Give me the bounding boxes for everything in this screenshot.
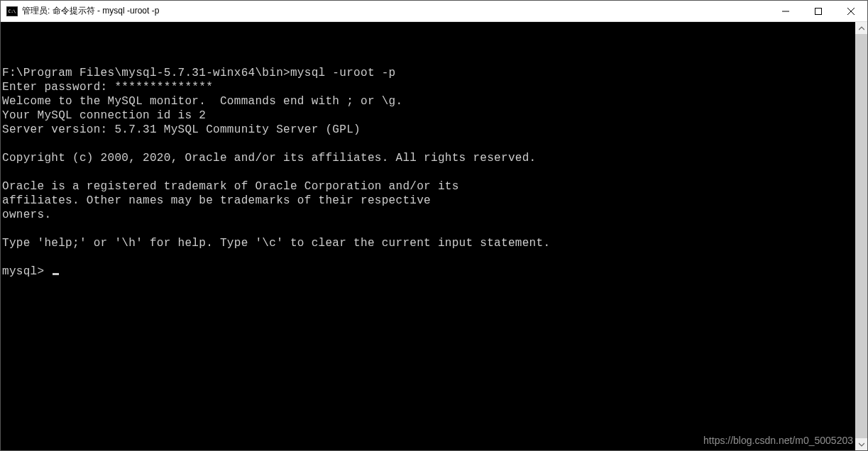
terminal-area: F:\Program Files\mysql-5.7.31-winx64\bin…	[1, 22, 867, 450]
vertical-scrollbar[interactable]	[855, 22, 867, 450]
minimize-button[interactable]	[769, 1, 802, 21]
terminal-line	[2, 250, 855, 265]
scroll-down-button[interactable]	[855, 438, 867, 450]
cursor	[53, 273, 59, 275]
terminal-line: Oracle is a registered trademark of Orac…	[2, 179, 855, 194]
terminal-line	[2, 23, 855, 38]
terminal-line	[2, 52, 855, 66]
terminal-line	[2, 222, 855, 236]
terminal-line: Welcome to the MySQL monitor. Commands e…	[2, 94, 855, 108]
chevron-up-icon	[859, 26, 864, 31]
titlebar[interactable]: 管理员: 命令提示符 - mysql -uroot -p	[1, 1, 867, 22]
close-icon	[847, 8, 855, 15]
cmd-icon	[6, 6, 18, 16]
maximize-icon	[815, 8, 822, 15]
close-button[interactable]	[835, 1, 867, 21]
minimize-icon	[782, 8, 789, 15]
terminal[interactable]: F:\Program Files\mysql-5.7.31-winx64\bin…	[1, 22, 855, 450]
svg-rect-1	[815, 8, 822, 14]
command-prompt-window: 管理员: 命令提示符 - mysql -uroot -p F:\Program …	[0, 0, 868, 451]
terminal-line: affiliates. Other names may be trademark…	[2, 194, 855, 208]
scrollbar-thumb[interactable]	[855, 34, 867, 438]
terminal-line: owners.	[2, 208, 855, 222]
terminal-line: Enter password: **************	[2, 80, 855, 94]
terminal-line: mysql>	[2, 265, 855, 279]
terminal-line	[2, 38, 855, 52]
terminal-line: F:\Program Files\mysql-5.7.31-winx64\bin…	[2, 66, 855, 80]
chevron-down-icon	[859, 442, 864, 447]
window-title: 管理员: 命令提示符 - mysql -uroot -p	[22, 5, 769, 17]
terminal-line: Server version: 5.7.31 MySQL Community S…	[2, 123, 855, 137]
maximize-button[interactable]	[802, 1, 835, 21]
terminal-line: Your MySQL connection id is 2	[2, 108, 855, 123]
scroll-up-button[interactable]	[855, 22, 867, 34]
terminal-line	[2, 137, 855, 151]
terminal-line: Copyright (c) 2000, 2020, Oracle and/or …	[2, 151, 855, 165]
terminal-line: Type 'help;' or '\h' for help. Type '\c'…	[2, 236, 855, 250]
scrollbar-track[interactable]	[855, 34, 867, 438]
terminal-line	[2, 165, 855, 179]
window-controls	[769, 1, 867, 21]
